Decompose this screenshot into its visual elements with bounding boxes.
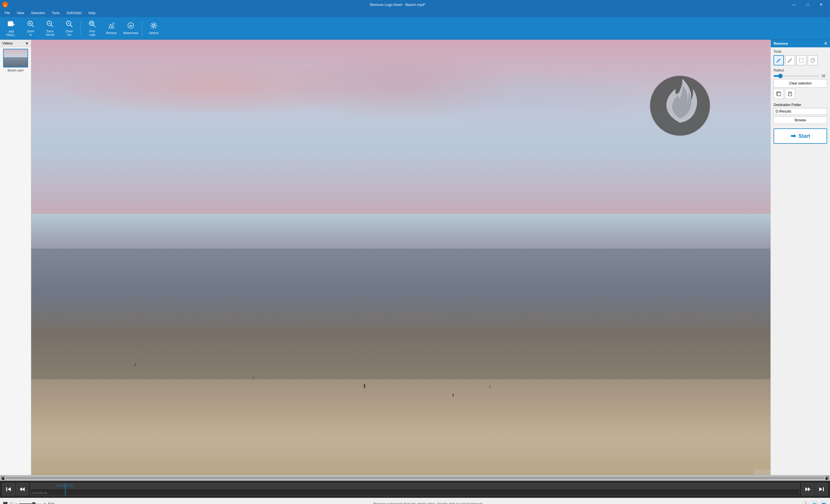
svg-line-7 xyxy=(32,25,34,27)
figure-1 xyxy=(135,363,136,366)
svg-rect-1 xyxy=(8,21,12,22)
sidebar-content: Beach.mp4 xyxy=(0,47,31,74)
find-logo-label: FindLogo xyxy=(89,30,95,37)
figure-3 xyxy=(364,384,365,388)
svg-point-23 xyxy=(777,62,778,63)
right-panel-close-icon[interactable]: ✕ xyxy=(824,41,827,46)
playhead[interactable] xyxy=(65,483,65,495)
start-arrow-icon: ➡ xyxy=(791,132,796,140)
zoom-in-button[interactable]: Zoomin xyxy=(22,19,40,38)
browse-button[interactable]: Browse xyxy=(773,116,827,124)
svg-marker-38 xyxy=(808,487,810,491)
twitter-icon[interactable]: 🐦 xyxy=(811,501,818,504)
sidebar-close-icon[interactable]: ✕ xyxy=(25,41,29,46)
minimize-button[interactable]: — xyxy=(788,0,800,9)
timeline-track[interactable]: 00:00:02 13 00:00:00:00 xyxy=(31,483,799,496)
step-forward-button[interactable] xyxy=(802,483,814,496)
title-bar: 🔥 Remove Logo Now! - Beach.mp4* — □ ✕ xyxy=(0,0,830,9)
svg-marker-35 xyxy=(20,487,22,491)
eraser-tool-button[interactable] xyxy=(785,55,795,65)
hatching-pattern xyxy=(754,469,770,475)
ellipse-select-button[interactable] xyxy=(807,55,818,65)
svg-rect-0 xyxy=(8,22,13,26)
tools-row xyxy=(773,55,827,65)
zoom-slider-thumb[interactable] xyxy=(32,502,36,504)
svg-rect-39 xyxy=(823,487,824,491)
close-button[interactable]: ✕ xyxy=(815,0,828,9)
svg-point-16 xyxy=(91,22,93,24)
zoom-plus-icon[interactable]: + xyxy=(43,501,46,504)
find-logo-button[interactable]: FindLogo xyxy=(83,19,101,38)
video-area[interactable] xyxy=(31,40,770,475)
rect-select-button[interactable] xyxy=(796,55,806,65)
svg-line-10 xyxy=(51,25,53,27)
toolbar-separator-1 xyxy=(81,21,81,35)
toolbar-separator-2 xyxy=(142,21,142,35)
figure-4 xyxy=(453,394,454,397)
svg-point-19 xyxy=(128,23,133,28)
radius-thumb[interactable] xyxy=(778,74,783,78)
go-to-end-button[interactable] xyxy=(815,483,828,496)
app-icon: 🔥 xyxy=(2,2,8,7)
menu-help[interactable]: Help xyxy=(85,10,99,16)
destination-input[interactable] xyxy=(773,108,827,115)
video-filename: Beach.mp4 xyxy=(8,69,24,72)
sidebar-title: Videos xyxy=(2,41,12,45)
zoom-in-label: Zoomin xyxy=(27,30,34,37)
menu-view[interactable]: View xyxy=(13,10,28,16)
menu-selection[interactable]: Selection xyxy=(28,10,48,16)
status-left: ⬛ ☐ − + 81% xyxy=(3,501,55,504)
video-thumbnail[interactable] xyxy=(3,49,28,67)
scroll-left-icon[interactable]: ◀ xyxy=(1,476,4,480)
window-controls: — □ ✕ xyxy=(788,0,828,9)
toolbar: AddFile(s)... Zoomin Zoomnormal xyxy=(0,17,830,40)
select-mode-icon: ⬛ xyxy=(3,502,8,504)
radius-value: 20 xyxy=(822,74,827,78)
watermarks-button[interactable]: Watermarks xyxy=(122,19,140,38)
options-button[interactable]: Options xyxy=(145,19,163,38)
maximize-button[interactable]: □ xyxy=(801,0,814,9)
step-back-button[interactable] xyxy=(16,483,28,496)
svg-rect-32 xyxy=(789,92,791,93)
remove-button[interactable]: Remove xyxy=(102,19,121,38)
add-files-label: AddFile(s)... xyxy=(6,30,17,37)
menu-tools[interactable]: Tools xyxy=(49,10,63,16)
start-label: Start xyxy=(799,133,810,139)
go-to-start-button[interactable] xyxy=(2,483,15,496)
social-icon[interactable]: 👥 xyxy=(820,501,827,504)
scroll-track[interactable] xyxy=(6,477,824,479)
scroll-right-icon[interactable]: ▶ xyxy=(826,476,829,480)
timeline-controls: 00:00:02 13 00:00:00:00 xyxy=(0,481,830,498)
sand-layer xyxy=(31,379,770,475)
cloud-3 xyxy=(401,74,660,127)
menu-softorbits[interactable]: SoftOrbits xyxy=(63,10,85,16)
zoom-minus-icon[interactable]: − xyxy=(15,501,17,504)
zoom-out-button[interactable]: - Zoomout xyxy=(60,19,78,38)
zoom-normal-button[interactable]: Zoomnormal xyxy=(41,19,59,38)
start-button[interactable]: ➡ Start xyxy=(773,128,827,144)
svg-point-21 xyxy=(153,24,155,27)
status-right: ? 🐦 👥 xyxy=(802,501,827,504)
window-title: Remove Logo Now! - Beach.mp4* xyxy=(8,3,788,7)
radius-slider[interactable] xyxy=(773,75,819,77)
figure-5 xyxy=(489,385,490,388)
remove-icon xyxy=(108,22,115,30)
watermarks-label: Watermarks xyxy=(123,31,138,35)
svg-marker-37 xyxy=(805,487,808,491)
clear-selection-button[interactable]: Clear selection xyxy=(773,79,827,88)
options-icon xyxy=(150,22,157,30)
thumb-sea xyxy=(4,57,28,67)
paste-frame-button[interactable] xyxy=(785,89,795,99)
ruler-line xyxy=(31,489,799,489)
start-time-label: 00:00:00:00 xyxy=(32,492,47,495)
copy-frame-button[interactable] xyxy=(773,89,784,99)
brush-tool-button[interactable] xyxy=(773,55,784,65)
add-files-button[interactable]: AddFile(s)... xyxy=(2,19,21,38)
menu-file[interactable]: File xyxy=(1,10,13,16)
timeline-ruler: 00:00:02 13 xyxy=(31,483,799,489)
zoom-out-icon: - xyxy=(65,20,73,29)
options-label: Options xyxy=(149,31,159,35)
right-panel-title: Remove xyxy=(773,41,788,46)
help-icon[interactable]: ? xyxy=(802,501,809,504)
radius-section: Radius 20 xyxy=(773,68,827,78)
